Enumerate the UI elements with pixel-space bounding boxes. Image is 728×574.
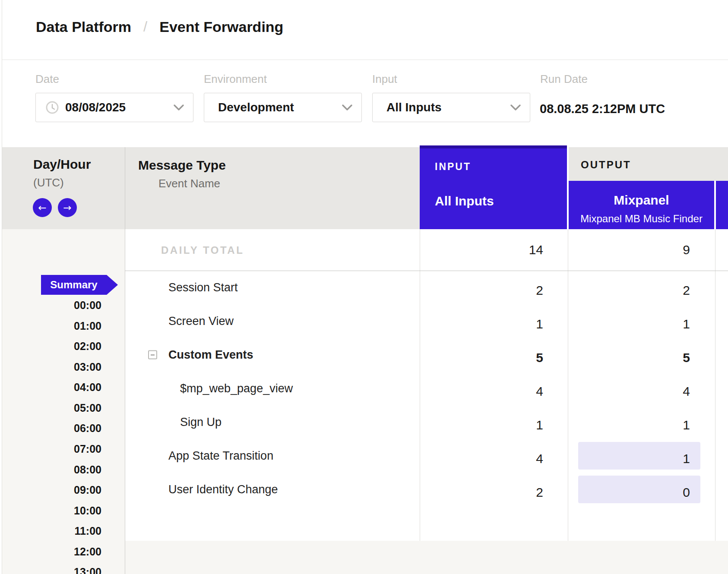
- hour-row-label[interactable]: 02:00: [0, 340, 101, 354]
- hour-row-label[interactable]: 13:00: [0, 566, 101, 574]
- mixpanel-count: 2: [574, 283, 690, 298]
- event-row: Sign Up 1 1: [2, 405, 728, 439]
- hour-row-label[interactable]: 11:00: [0, 525, 101, 539]
- event-row: User Identity Change 2 0: [2, 473, 728, 506]
- output-group-label: OUTPUT: [581, 159, 631, 171]
- daily-total-mixpanel-value: 9: [574, 243, 690, 257]
- event-name: $mp_web_page_view: [180, 382, 293, 395]
- event-name: Custom Events: [168, 348, 253, 362]
- summary-row-selector[interactable]: Summary: [41, 275, 118, 295]
- event-name: User Identity Change: [168, 483, 278, 496]
- event-name: Screen View: [168, 315, 234, 328]
- event-row: Screen View 1 1: [2, 304, 728, 338]
- input-column-header-accent-strip: [420, 145, 567, 148]
- input-filter-label: Input: [372, 73, 397, 85]
- event-row: Custom Events 5 5: [2, 338, 728, 372]
- summary-label: Summary: [41, 279, 107, 291]
- arrow-right-icon: →: [63, 203, 71, 213]
- input-count: 2: [427, 283, 543, 298]
- input-count: 4: [427, 384, 543, 399]
- mixpanel-column-subtitle: Mixpanel MB Music Finder: [569, 213, 714, 225]
- arrow-left-icon: ←: [38, 203, 46, 213]
- date-filter-label: Date: [35, 73, 59, 85]
- event-name: Sign Up: [180, 416, 222, 429]
- daily-total-label: DAILY TOTAL: [161, 244, 244, 256]
- environment-value: Development: [218, 101, 294, 114]
- input-count: 1: [427, 317, 543, 331]
- page-title: Event Forwarding: [159, 19, 283, 35]
- mixpanel-count: 5: [574, 350, 690, 365]
- day-hour-column-subtitle: (UTC): [33, 176, 64, 189]
- chevron-down-icon: [510, 104, 521, 111]
- hour-row-label[interactable]: 12:00: [0, 546, 101, 559]
- date-value: 08/08/2025: [65, 101, 126, 114]
- input-group-label: INPUT: [435, 161, 471, 173]
- collapse-icon[interactable]: [148, 350, 157, 360]
- day-hour-column-title: Day/Hour: [33, 157, 91, 172]
- chevron-down-icon: [173, 104, 184, 111]
- breadcrumb-separator: /: [143, 19, 147, 35]
- environment-filter-label: Environment: [204, 73, 267, 85]
- event-row: $mp_web_page_view 4 4: [2, 372, 728, 405]
- previous-day-button[interactable]: ←: [33, 198, 52, 217]
- breadcrumb: Data Platform / Event Forwarding: [36, 17, 283, 36]
- input-column-header: INPUT All Inputs: [420, 145, 567, 229]
- mixpanel-count: 4: [574, 384, 690, 399]
- hour-row-label[interactable]: 09:00: [0, 484, 101, 498]
- input-value: All Inputs: [386, 101, 442, 114]
- hour-row-label[interactable]: 01:00: [0, 320, 101, 334]
- next-output-column-header-cutoff: [716, 181, 728, 229]
- input-count: 1: [427, 418, 543, 432]
- run-date-value: 08.08.25 2:12PM UTC: [540, 102, 665, 116]
- mixpanel-count: 1: [574, 317, 690, 331]
- hour-row-label[interactable]: 00:00: [0, 299, 101, 313]
- event-row: App State Transition 4 1: [2, 439, 728, 473]
- hour-row-label[interactable]: 07:00: [0, 443, 101, 457]
- hour-row-label[interactable]: 04:00: [0, 381, 101, 395]
- event-name: Session Start: [168, 281, 238, 294]
- breadcrumb-section[interactable]: Data Platform: [36, 19, 131, 35]
- hour-row-label[interactable]: 08:00: [0, 464, 101, 477]
- mixpanel-count: 1: [574, 451, 690, 466]
- date-dropdown[interactable]: 08/08/2025: [35, 93, 193, 122]
- hour-row-label[interactable]: 03:00: [0, 361, 101, 375]
- daily-total-input-value: 14: [427, 243, 543, 257]
- mixpanel-column-header: Mixpanel Mixpanel MB Music Finder: [569, 181, 714, 229]
- mixpanel-column-name: Mixpanel: [569, 193, 714, 208]
- input-count: 2: [427, 485, 543, 500]
- chevron-down-icon: [342, 104, 353, 111]
- mixpanel-count: 0: [574, 485, 690, 500]
- event-name: App State Transition: [168, 449, 273, 463]
- mixpanel-count: 1: [574, 418, 690, 432]
- hour-row-label[interactable]: 10:00: [0, 505, 101, 518]
- message-type-column-subtitle: Event Name: [158, 177, 220, 190]
- hour-row-label[interactable]: 05:00: [0, 402, 101, 416]
- next-day-button[interactable]: →: [58, 198, 77, 217]
- hour-row-label[interactable]: 06:00: [0, 422, 101, 436]
- run-date-label: Run Date: [540, 73, 588, 85]
- event-forwarding-page: Data Platform / Event Forwarding Date 08…: [0, 0, 728, 574]
- environment-dropdown[interactable]: Development: [204, 93, 362, 122]
- input-dropdown[interactable]: All Inputs: [372, 93, 530, 122]
- input-count: 5: [427, 350, 543, 365]
- input-count: 4: [427, 451, 543, 466]
- table-footer-band: [125, 541, 728, 574]
- input-column-name: All Inputs: [435, 194, 494, 208]
- clock-icon: [45, 101, 59, 114]
- message-type-column-title: Message Type: [138, 158, 226, 173]
- header-divider: [2, 60, 728, 60]
